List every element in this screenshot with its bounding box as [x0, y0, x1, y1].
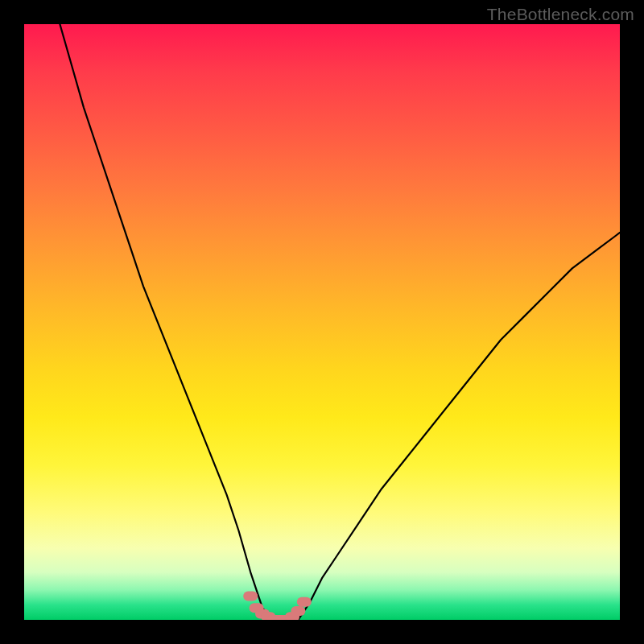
minimum-markers — [248, 596, 307, 620]
plot-area — [24, 24, 620, 620]
bottleneck-curve — [60, 24, 620, 620]
chart-frame: TheBottleneck.com — [0, 0, 644, 644]
watermark-text: TheBottleneck.com — [487, 5, 634, 24]
curve-layer — [24, 24, 620, 620]
